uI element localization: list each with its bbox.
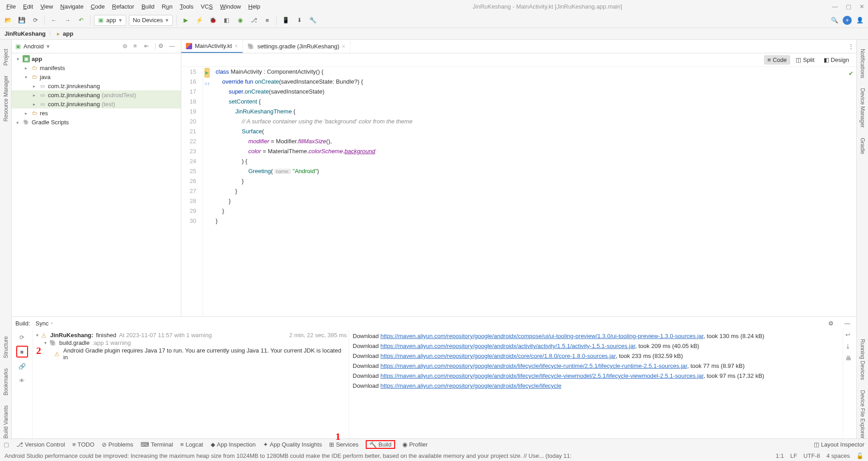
bottom-app-quality[interactable]: ✦ App Quality Insights: [263, 441, 322, 448]
build-hide-icon[interactable]: —: [842, 318, 853, 329]
menu-file[interactable]: File: [4, 2, 19, 11]
bottom-layout-inspector[interactable]: ◫ Layout Inspector: [814, 441, 864, 448]
scroll-end-icon[interactable]: ⤓: [845, 343, 854, 352]
menu-edit[interactable]: Edit: [20, 2, 36, 11]
print-icon[interactable]: 🖶: [845, 355, 854, 364]
menu-navigate[interactable]: Navigate: [57, 2, 86, 11]
tree-res[interactable]: ▸🗀res: [12, 108, 181, 118]
status-indent[interactable]: 4 spaces: [826, 452, 850, 459]
user-icon[interactable]: 👤: [854, 15, 865, 26]
tree-pkg-androidtest[interactable]: ▸▭com.lz.jinrukeshang (androidTest): [12, 90, 181, 99]
build-output[interactable]: Download https://maven.aliyun.com/reposi…: [349, 329, 843, 438]
status-line-sep[interactable]: LF: [790, 452, 797, 459]
expand-all-icon[interactable]: ≡: [133, 42, 142, 51]
bottombar-expand-icon[interactable]: ▢: [4, 441, 9, 448]
bottom-logcat[interactable]: ≡ Logcat: [180, 441, 203, 448]
run-config-combo[interactable]: ▣app▾: [94, 15, 126, 26]
inspection-ok-icon[interactable]: ✔: [849, 69, 854, 79]
status-readonly-icon[interactable]: 🔓: [856, 452, 863, 459]
tree-pkg-main[interactable]: ▸▭com.lz.jinrukeshang: [12, 81, 181, 90]
debug-icon[interactable]: 🐞: [208, 15, 218, 26]
restart-icon[interactable]: ⟳: [16, 331, 28, 343]
tree-manifests[interactable]: ▸🗀manifests: [12, 63, 181, 72]
viewtab-code[interactable]: ≡ Code: [764, 55, 791, 65]
hide-icon[interactable]: —: [169, 42, 177, 51]
rail-gradle[interactable]: Gradle: [859, 138, 866, 154]
bottom-terminal[interactable]: ⌨ Terminal: [141, 441, 173, 448]
soft-wrap-icon[interactable]: ↩: [845, 331, 854, 340]
forward-icon[interactable]: →: [62, 15, 73, 26]
attach-debug-icon[interactable]: 🔗: [16, 360, 28, 372]
build-tree[interactable]: ▾⚠ JinRuKeshang: finished At 2023-11-07 …: [33, 329, 349, 438]
rail-resource-manager[interactable]: Resource Manager: [3, 75, 9, 122]
assist-icon[interactable]: +: [843, 16, 852, 25]
tree-pkg-test[interactable]: ▸▭com.lz.jinrukeshang (test): [12, 99, 181, 108]
bottom-services[interactable]: ⊞ Services: [329, 441, 359, 448]
bottom-todo[interactable]: ≡ TODO: [72, 441, 94, 448]
rail-device-manager[interactable]: Device Manager: [859, 88, 866, 127]
bottom-version-control[interactable]: ⎇ Version Control: [16, 441, 65, 448]
bottom-profiler[interactable]: ◉ Profiler: [402, 441, 428, 448]
stop-icon[interactable]: ■: [262, 15, 273, 26]
viewtab-design[interactable]: ◧ Design: [820, 55, 853, 65]
status-encoding[interactable]: UTF-8: [803, 452, 820, 459]
tab-mainactivity[interactable]: MainActivity.kt×: [181, 40, 243, 53]
build-tab-sync[interactable]: Sync ×: [36, 320, 53, 327]
status-caret-pos[interactable]: 1:1: [776, 452, 784, 459]
menu-run[interactable]: Run: [159, 2, 175, 11]
menu-vcs[interactable]: VCS: [198, 2, 216, 11]
save-icon[interactable]: 💾: [16, 15, 27, 26]
collapse-all-icon[interactable]: ⇤: [144, 42, 152, 51]
viewtab-split[interactable]: ◫ Split: [792, 55, 818, 65]
build-tab-build[interactable]: Build:: [15, 320, 30, 327]
override-gutter-icon[interactable]: ○↑: [204, 79, 210, 89]
search-icon[interactable]: 🔍: [829, 15, 840, 26]
troubleshoot-icon[interactable]: 🔧: [307, 15, 318, 26]
rail-device-file-explorer[interactable]: Device File Explorer: [859, 390, 866, 438]
apply-changes-icon[interactable]: ⚡: [194, 15, 205, 26]
select-opened-icon[interactable]: ⊚: [123, 42, 131, 51]
menu-window[interactable]: Window: [217, 2, 244, 11]
close-tab-icon[interactable]: ×: [342, 43, 345, 50]
breadcrumb-root[interactable]: JinRuKeshang: [5, 30, 46, 37]
project-view-combo[interactable]: Android: [24, 43, 44, 50]
filter-icon[interactable]: 👁: [16, 375, 28, 386]
menu-tools[interactable]: Tools: [177, 2, 196, 11]
close-tab-icon[interactable]: ×: [235, 43, 238, 49]
editor-options-icon[interactable]: ⋮: [845, 41, 856, 52]
menu-help[interactable]: Help: [245, 2, 263, 11]
tree-java[interactable]: ▾🗀java: [12, 72, 181, 81]
rail-project[interactable]: Project: [3, 49, 9, 66]
open-icon[interactable]: 📂: [3, 15, 14, 26]
rail-build-variants[interactable]: Build Variants: [3, 405, 9, 438]
back-icon[interactable]: ←: [48, 15, 59, 26]
undo-nav-icon[interactable]: ↶: [75, 15, 86, 26]
settings-icon[interactable]: ⚙: [158, 42, 166, 51]
attach-icon[interactable]: ⎇: [248, 15, 259, 26]
rail-structure[interactable]: Structure: [3, 336, 9, 358]
menu-code[interactable]: Code: [88, 2, 108, 11]
rail-running-devices[interactable]: Running Devices: [859, 339, 866, 380]
avd-icon[interactable]: 📱: [280, 15, 291, 26]
sdk-icon[interactable]: ⬇: [294, 15, 305, 26]
menu-view[interactable]: View: [38, 2, 56, 11]
tree-gradle-scripts[interactable]: ▸🐘Gradle Scripts: [12, 118, 181, 127]
maximize-icon[interactable]: ▢: [846, 3, 851, 10]
bottom-problems[interactable]: ⊘ Problems: [102, 441, 133, 448]
run-icon[interactable]: ▶: [180, 15, 191, 26]
stop-build-icon[interactable]: ■: [16, 346, 28, 358]
build-settings-icon[interactable]: ⚙: [826, 318, 836, 329]
device-combo[interactable]: No Devices▾: [129, 15, 173, 26]
profile-icon[interactable]: ◉: [235, 15, 245, 26]
coverage-icon[interactable]: ◧: [221, 15, 232, 26]
close-icon[interactable]: ✕: [859, 3, 864, 10]
code-editor[interactable]: ✔ 15161718192021222324252627282930 ▶ ○↑ …: [181, 67, 856, 316]
bottom-app-inspection[interactable]: ◆ App Inspection: [211, 441, 256, 448]
menu-build[interactable]: Build: [139, 2, 157, 11]
sync-icon[interactable]: ⟳: [30, 15, 41, 26]
tree-app[interactable]: ▾▣app: [12, 54, 181, 63]
run-gutter-icon[interactable]: ▶: [204, 68, 210, 78]
rail-bookmarks[interactable]: Bookmarks: [3, 368, 9, 395]
minimize-icon[interactable]: —: [832, 3, 838, 10]
tab-settings-gradle[interactable]: 🐘settings.gradle (JinRuKeshang)×: [243, 40, 350, 53]
